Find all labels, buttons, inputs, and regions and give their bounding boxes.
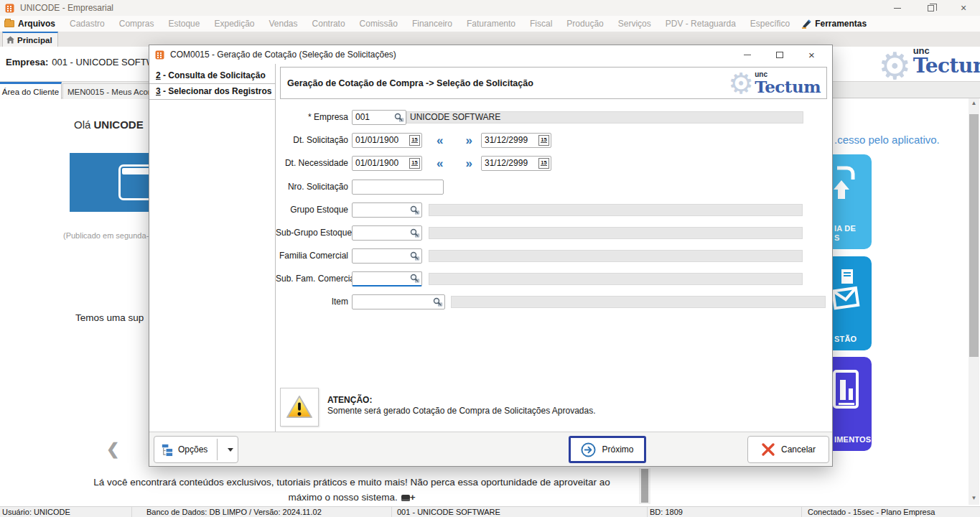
scroll-up-icon[interactable]: ▲ (969, 98, 979, 108)
subgrupo-estoque-input (352, 225, 422, 241)
status-database: Banco de Dados: DB LIMPO / Versão: 2024.… (132, 507, 392, 517)
dialog-building-icon (155, 50, 164, 60)
carousel-scrollbar-thumb[interactable] (641, 469, 648, 503)
field-label: Dt. Solicitação (276, 135, 352, 145)
range-next-icon[interactable]: » (466, 134, 472, 146)
building-chart-icon (833, 368, 859, 413)
dt-necessidade-to-field[interactable] (483, 158, 538, 168)
tab-area-do-cliente[interactable]: Área do Cliente (0, 82, 62, 99)
carousel-prev-icon[interactable]: ❮ (106, 440, 119, 459)
dialog-titlebar: COM0015 - Geração de Cotação (Seleção de… (149, 45, 832, 64)
arrow-right-circle-icon (581, 442, 596, 457)
dt-necessidade-from-field[interactable] (354, 158, 409, 168)
carousel-scrollbar[interactable] (639, 468, 650, 504)
partial-text: Temos uma sup (75, 312, 149, 323)
promo-line2: máximo o nosso sistema. (288, 492, 397, 503)
warning-body: Somente será gerado Cotação de Compra de… (327, 406, 596, 416)
chevron-down-icon[interactable] (228, 448, 233, 452)
opcoes-button[interactable]: Opções (154, 436, 238, 463)
lookup-icon[interactable] (409, 251, 420, 261)
cancelar-button[interactable]: Cancelar (747, 436, 829, 463)
range-next-icon[interactable]: » (466, 157, 472, 169)
dialog-step-nav: 2 - Consulta de Solicitação 3 - Selecion… (149, 64, 276, 432)
lookup-icon[interactable] (409, 205, 420, 215)
dialog-minimize-icon[interactable] (731, 45, 763, 64)
field-row-dt-necessidade: Dt. Necessidade 15 « » 15 (276, 154, 551, 172)
plus-icon: + (410, 492, 416, 503)
page-scrollbar-thumb[interactable] (969, 114, 979, 357)
familia-comercial-description (429, 250, 803, 262)
dialog-footer: Opções Próximo Cancelar (149, 432, 832, 466)
field-label: Dt. Necessidade (276, 158, 352, 168)
field-label: Sub. Fam. Comercial (276, 274, 352, 284)
warning-icon-box (280, 388, 319, 427)
menu-comissao: Comissão (353, 19, 405, 29)
tile-caption: IA DE S (834, 224, 856, 244)
subfam-comercial-field[interactable] (354, 274, 409, 284)
window-controls: × (881, 0, 980, 16)
lookup-icon[interactable] (393, 113, 404, 122)
dialog-close-icon[interactable]: × (795, 45, 828, 64)
dialog-maximize-icon[interactable] (763, 45, 795, 64)
field-label: Nro. Solicitação (276, 182, 352, 192)
menu-contrato: Contrato (305, 19, 353, 29)
lookup-icon[interactable] (409, 228, 420, 238)
page-scrollbar[interactable]: ▲ ▼ (969, 98, 979, 505)
calendar-icon[interactable]: 15 (538, 135, 549, 146)
calendar-icon[interactable]: 15 (409, 135, 420, 146)
range-prev-icon[interactable]: « (437, 157, 443, 169)
item-field[interactable] (354, 297, 432, 307)
empresa-code-field[interactable] (354, 112, 393, 122)
nav-step-3[interactable]: 3 - Selecionar dos Registros (149, 84, 275, 100)
menu-servicos: Serviços (611, 19, 658, 29)
main-titlebar: UNICODE - Empresarial × (0, 0, 980, 16)
grupo-estoque-description (429, 204, 803, 216)
split-divider (217, 439, 218, 460)
warning-message: ATENÇÃO: Somente será gerado Cotação de … (327, 395, 596, 416)
scroll-down-icon[interactable]: ▼ (969, 493, 979, 503)
field-row-nro-solicitacao: Nro. Solicitação (276, 178, 444, 195)
promo-paragraph: Lá você encontrará conteúdos exclusivos,… (22, 475, 682, 506)
menu-cadastro: Cadastro (62, 19, 112, 29)
range-prev-icon[interactable]: « (437, 134, 443, 146)
lookup-icon[interactable] (409, 274, 420, 283)
subgrupo-estoque-field[interactable] (354, 228, 409, 238)
lookup-icon[interactable] (432, 297, 443, 307)
status-bd: BD: 1809 (648, 507, 802, 517)
tab-principal[interactable]: Principal (2, 32, 58, 47)
nro-solicitacao-field[interactable] (354, 182, 442, 192)
proximo-button[interactable]: Próximo (569, 436, 646, 463)
window-title: UNICODE - Empresarial (20, 3, 113, 13)
menu-faturamento: Faturamento (459, 19, 523, 29)
menubar: Arquivos Cadastro Compras Estoque Expedi… (0, 16, 980, 32)
item-description (451, 296, 826, 308)
dialog-controls: × (731, 45, 828, 64)
carousel-thumbnail[interactable] (70, 153, 149, 212)
dt-solicitacao-to-field[interactable] (483, 135, 538, 145)
calendar-icon[interactable]: 15 (538, 158, 549, 169)
nav-step-2[interactable]: 2 - Consulta de Solicitação (149, 68, 275, 84)
date-from-input: 15 (352, 156, 422, 171)
published-note: (Publicado em segunda-f (63, 231, 149, 240)
field-row-dt-solicitacao: Dt. Solicitação 15 « » 15 (276, 131, 551, 149)
warning-triangle-icon (286, 395, 313, 419)
close-icon[interactable]: × (947, 0, 980, 16)
dt-solicitacao-from-field[interactable] (354, 135, 409, 145)
card-graphic (118, 164, 149, 200)
gear-icon: ⚙ (728, 69, 754, 98)
menu-ferramentas[interactable]: Ferramentas (797, 19, 874, 29)
restore-icon[interactable] (914, 0, 947, 16)
menu-estoque: Estoque (161, 19, 207, 29)
tile-caption: IMENTOS (834, 435, 871, 445)
grupo-estoque-input (352, 202, 422, 218)
menu-arquivos[interactable]: Arquivos (0, 19, 62, 29)
menu-especifico: Específico (743, 19, 797, 29)
grupo-estoque-field[interactable] (354, 205, 409, 215)
calendar-icon[interactable]: 15 (409, 158, 420, 169)
field-label: * Empresa (276, 112, 352, 122)
company-value: 001 - UNICODE SOFTW (52, 57, 155, 67)
minimize-icon[interactable] (881, 0, 914, 16)
upload-icon (833, 166, 856, 209)
familia-comercial-field[interactable] (354, 251, 409, 261)
field-row-subfam-comercial: Sub. Fam. Comercial (276, 270, 803, 287)
